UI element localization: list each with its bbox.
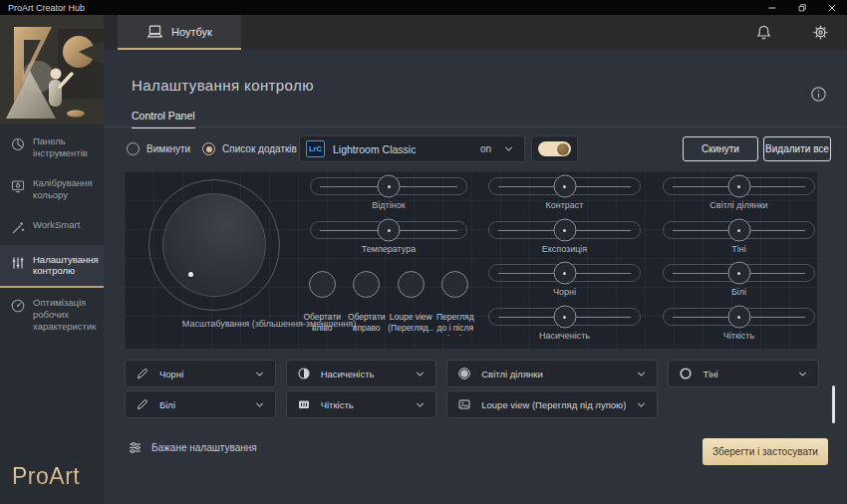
sidebar-item-label: Панель інструментів [33,135,96,159]
round-button-label: Перегляд до і після ліво/... [432,312,478,336]
radio-disable-circle [127,142,140,155]
dropdown-whites[interactable]: Білі [125,390,276,418]
slider-highlights: Світлі ділянки [663,177,815,210]
sidebar-item-label: WorkSmart [33,219,80,231]
radio-disable[interactable]: Вимкнути [127,135,190,162]
dropdown-label: Чорні [159,369,244,379]
dropdown-label: Loupe view (Перегляд під лупою) [481,399,626,410]
slider-track[interactable] [488,177,641,195]
chevron-down-icon [636,370,647,378]
rotate-right-button[interactable] [353,271,380,298]
dial-indicator-dot [188,272,193,277]
scrollbar-thumb[interactable] [832,385,835,423]
main-content: Налаштування контролю Control Panel Вимк… [104,50,847,504]
round-button-label: Обертати вліво [299,312,345,336]
slider-knob[interactable] [553,175,576,198]
slider-track[interactable] [488,264,641,282]
toggle-pill [538,141,571,156]
preferences-sliders-icon [128,440,142,455]
round-button-label: Обертати вправо [344,312,390,336]
maximize-button[interactable] [787,0,817,15]
dropdown-label: Насиченість [321,369,406,379]
sidebar-item-label: Оптимізація робочих характеристик [33,297,96,333]
delete-all-button[interactable]: Видалити все [763,136,831,161]
dropdown-shadows[interactable]: Тіні [668,360,819,387]
dropdown-clarity[interactable]: Чіткість [286,390,437,418]
radio-app-list[interactable]: Список додатків [202,135,297,162]
sidebar-item-color-calibration[interactable]: Калібрування кольору [0,168,104,210]
info-icon[interactable] [810,86,827,103]
rotate-left-button[interactable] [309,271,336,298]
notifications-bell-icon[interactable] [755,24,772,41]
proart-creator-hub-window: ProArt Creator Hub [0,0,847,504]
slider-label: Тіні [663,244,815,254]
sidebar-item-label: Калібрування кольору [33,177,96,201]
slider-knob[interactable] [553,306,576,329]
minimize-button[interactable] [757,0,787,15]
assign-dropdown-grid: Чорні Насиченість Світлі ділянки [125,360,819,418]
zoom-dial[interactable] [148,179,280,311]
app-select-dropdown[interactable]: LrC Lightroom Classic on [299,135,525,162]
slider-knob[interactable] [727,262,750,285]
window-title: ProArt Creator Hub [0,3,757,13]
settings-gear-icon[interactable] [812,24,829,41]
slider-track[interactable] [663,308,815,326]
slider-knob[interactable] [727,306,750,329]
close-button[interactable] [817,0,847,15]
tab-laptop[interactable]: Ноутбук [118,15,241,50]
save-and-apply-button[interactable]: Зберегти і застосувати [703,438,828,465]
sidebar-item-label: Налаштування контролю [33,254,99,278]
reset-button[interactable]: Скинути [683,136,758,161]
slider-track[interactable] [663,264,815,282]
slider-track[interactable] [663,177,815,195]
outline-circle-icon [679,367,693,380]
zoom-dial-knob[interactable] [162,193,266,297]
slider-saturation: Насиченість [488,308,641,341]
app-enable-toggle[interactable] [531,135,578,162]
sidebar-item-dashboard[interactable]: Панель інструментів [0,126,104,168]
preferences-link[interactable]: Бажане налаштування [128,440,257,455]
slider-knob[interactable] [553,219,576,242]
slider-track[interactable] [488,221,641,239]
control-settings-icon [10,255,26,271]
slider-knob[interactable] [727,219,750,242]
chevron-down-icon [254,400,265,409]
slider-clarity: Чіткість [663,308,815,341]
sidebar-item-control-settings[interactable]: Налаштування контролю [0,245,104,289]
image-icon [457,397,471,411]
dropdown-loupe-view[interactable]: Loupe view (Перегляд під лупою) [446,390,658,418]
dropdown-blacks[interactable]: Чорні [125,360,276,387]
slider-whites: Білі [663,264,815,297]
chevron-down-icon [415,370,425,378]
proart-artwork [0,15,104,125]
slider-knob[interactable] [553,262,576,285]
laptop-icon [146,24,163,39]
pencil-icon [136,397,149,411]
tab-divider [104,126,847,127]
dropdown-saturation[interactable]: Насиченість [286,360,437,387]
performance-gauge-icon [10,298,26,314]
slider-track[interactable] [663,221,815,239]
loupe-view-button[interactable] [398,271,424,298]
slider-label: Чіткість [663,331,815,341]
before-after-button[interactable] [441,271,468,298]
slider-track[interactable] [310,221,467,239]
sidebar-item-worksmart[interactable]: WorkSmart [0,210,104,245]
sidebar: Панель інструментів Калібрування кольору… [0,15,104,504]
app-state-value: on [480,143,491,154]
slider-label: Білі [663,287,815,297]
page-title: Налаштування контролю [132,77,314,94]
slider-track[interactable] [488,308,641,326]
slider-knob[interactable] [378,219,401,242]
slider-track[interactable] [310,177,467,195]
sidebar-item-performance[interactable]: Оптимізація робочих характеристик [0,288,104,342]
proart-logo: ProArt [12,463,80,490]
chevron-down-icon [254,370,265,378]
dropdown-highlights[interactable]: Світлі ділянки [446,360,658,387]
filled-circle-icon [457,367,471,380]
slider-knob[interactable] [378,175,401,198]
lightroom-classic-icon: LrC [306,140,325,157]
slider-knob[interactable] [727,175,750,198]
slider-label: Відтінок [310,200,467,210]
header: Ноутбук [104,15,847,50]
